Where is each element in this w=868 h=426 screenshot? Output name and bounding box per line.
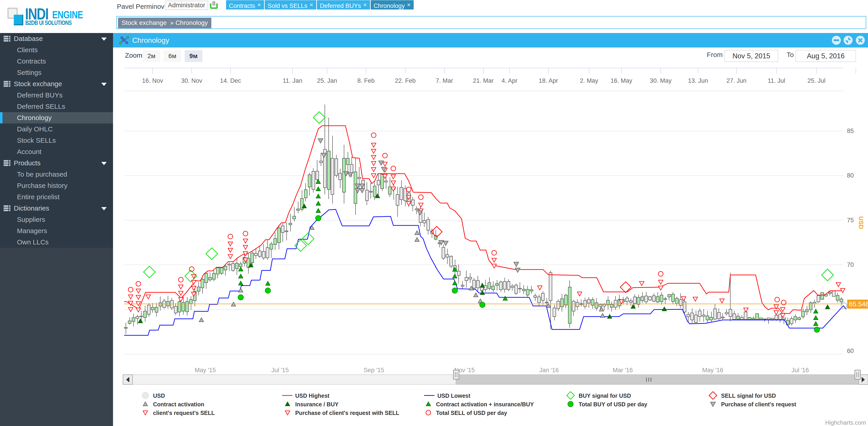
svg-text:Purchase of client's request: Purchase of client's request <box>721 401 796 407</box>
svg-text:USD: USD <box>858 216 864 229</box>
svg-text:65.548: 65.548 <box>849 301 868 308</box>
svg-text:18. Apr: 18. Apr <box>539 77 558 84</box>
svg-text:Contract activation + insuranc: Contract activation + insurance/BUY <box>436 401 534 407</box>
svg-text:client's request's SELL: client's request's SELL <box>153 410 215 416</box>
svg-text:USD Lowest: USD Lowest <box>437 393 471 399</box>
svg-text:May '16: May '16 <box>702 367 723 373</box>
svg-text:Total SELL of USD per day: Total SELL of USD per day <box>436 410 507 416</box>
svg-text:30. Nov: 30. Nov <box>181 77 202 84</box>
svg-text:Jan '16: Jan '16 <box>539 367 559 373</box>
svg-text:25. Jan: 25. Jan <box>317 77 337 84</box>
svg-text:11. Jul: 11. Jul <box>768 77 785 84</box>
svg-text:14. Dec: 14. Dec <box>220 77 241 84</box>
svg-text:30. May: 30. May <box>650 77 672 84</box>
svg-text:BUY signal for USD: BUY signal for USD <box>579 393 631 399</box>
svg-text:8. Feb: 8. Feb <box>358 77 375 84</box>
svg-text:13. Jun: 13. Jun <box>688 77 708 84</box>
svg-text:7. Mar: 7. Mar <box>436 77 453 84</box>
svg-text:Jul '15: Jul '15 <box>271 367 289 373</box>
svg-text:Mar '16: Mar '16 <box>613 367 633 373</box>
svg-text:27. Jun: 27. Jun <box>726 77 747 84</box>
svg-text:16. May: 16. May <box>611 77 632 84</box>
svg-text:Purchase of client's request w: Purchase of client's request with SELL <box>295 410 399 416</box>
svg-text:May '15: May '15 <box>195 367 216 373</box>
svg-text:2. May: 2. May <box>580 77 598 84</box>
svg-text:USD Highest: USD Highest <box>295 393 330 399</box>
svg-text:Total BUY of USD per day: Total BUY of USD per day <box>579 401 647 407</box>
svg-text:Sep '15: Sep '15 <box>364 367 384 373</box>
svg-text:Insurance / BUY: Insurance / BUY <box>295 401 339 407</box>
svg-text:25. Jul: 25. Jul <box>807 77 826 84</box>
svg-text:60: 60 <box>847 347 854 354</box>
svg-text:SELL signal for USD: SELL signal for USD <box>721 393 776 399</box>
svg-text:4. Apr: 4. Apr <box>502 77 518 84</box>
svg-text:21. Mar: 21. Mar <box>473 77 494 84</box>
svg-text:16. Nov: 16. Nov <box>142 77 163 84</box>
svg-text:85: 85 <box>847 127 854 134</box>
svg-text:11. Jan: 11. Jan <box>283 77 303 84</box>
svg-text:USD: USD <box>153 393 165 399</box>
svg-text:22. Feb: 22. Feb <box>395 77 416 84</box>
svg-text:Highcharts.com: Highcharts.com <box>825 419 866 426</box>
svg-text:Jul '16: Jul '16 <box>792 367 809 373</box>
svg-text:70: 70 <box>847 262 854 268</box>
svg-text:80: 80 <box>847 172 854 179</box>
svg-text:Contract activation: Contract activation <box>153 401 204 407</box>
svg-text:75: 75 <box>847 217 854 224</box>
